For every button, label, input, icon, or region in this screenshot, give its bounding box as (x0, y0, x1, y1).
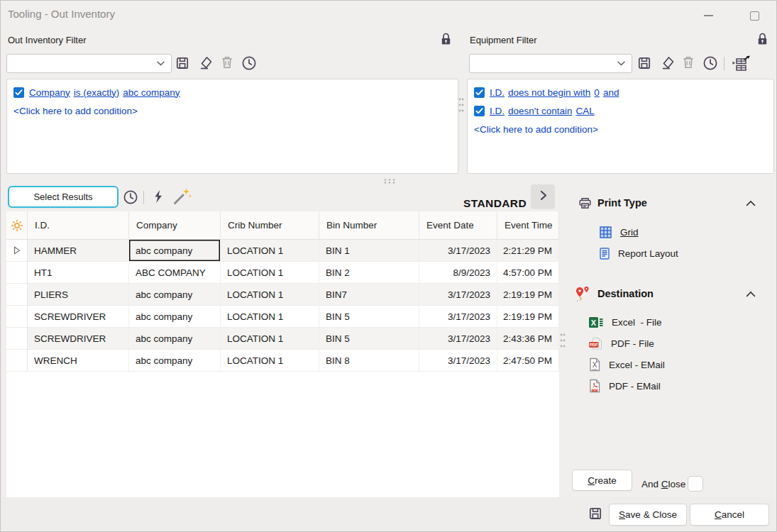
create-button[interactable]: Create (572, 470, 632, 491)
print-type-grid[interactable]: Grid (599, 221, 766, 243)
results-history-icon[interactable] (123, 189, 138, 205)
clear-filter-icon[interactable] (197, 55, 214, 71)
row-indicator[interactable] (6, 284, 28, 306)
grid-cell[interactable]: LOCATION 1 (221, 328, 319, 350)
equipment-filter-input[interactable] (470, 58, 615, 69)
current-row-indicator[interactable] (6, 240, 28, 262)
column-header[interactable]: Event Time (497, 211, 559, 240)
add-condition-link[interactable]: <Click here to add condition> (13, 101, 451, 120)
save-filter-icon[interactable] (637, 56, 651, 70)
and-close-checkbox[interactable] (688, 476, 703, 492)
grid-cell[interactable]: abc company (129, 284, 221, 306)
grid-cell[interactable]: 3/17/2023 (419, 350, 497, 372)
grid-cell[interactable]: 4:57:00 PM (497, 262, 559, 284)
grid-cell[interactable]: LOCATION 1 (221, 284, 319, 306)
grid-cell[interactable]: BIN 5 (319, 328, 419, 350)
cancel-button[interactable]: Cancel (690, 504, 769, 526)
grid-cell[interactable]: SCREWDRIVER (28, 306, 129, 328)
out-inventory-filter-input[interactable] (7, 58, 154, 69)
splitter-grip[interactable] (458, 97, 464, 116)
row-indicator[interactable] (6, 306, 28, 328)
maximize-button[interactable] (743, 6, 766, 25)
condition-checkbox[interactable] (13, 87, 24, 98)
save-icon[interactable] (588, 506, 602, 521)
condition-link[interactable]: Company (29, 87, 70, 98)
print-type-report-layout[interactable]: Report Layout (599, 243, 766, 264)
select-results-button[interactable]: Select Results (8, 186, 119, 208)
destination-excel-file[interactable]: XExcel - File (588, 311, 766, 333)
condition-link[interactable]: does not begin with (508, 87, 590, 98)
grid-cell[interactable]: 2:21:29 PM (497, 240, 559, 262)
grid-cell[interactable]: abc company (129, 306, 221, 328)
condition-link[interactable]: abc company (123, 87, 180, 98)
destination-excel-email[interactable]: XExcel - EMail (588, 354, 766, 375)
condition-link[interactable]: and (603, 87, 619, 98)
out-inventory-filter-combobox[interactable] (6, 54, 172, 73)
column-header[interactable]: Event Date (419, 211, 497, 240)
condition-checkbox[interactable] (474, 87, 485, 98)
add-condition-link[interactable]: <Click here to add condition> (474, 120, 767, 138)
condition-link[interactable]: I.D. (490, 106, 505, 116)
splitter-grip[interactable] (383, 174, 396, 187)
grid-cell[interactable]: 3/17/2023 (419, 328, 497, 350)
table-row[interactable]: PLIERSabc companyLOCATION 1BIN73/17/2023… (6, 284, 559, 306)
column-header[interactable]: I.D. (28, 211, 129, 240)
grid-cell[interactable]: BIN7 (319, 284, 419, 306)
grid-cell[interactable]: 3/17/2023 (419, 306, 497, 328)
collapse-print-type-icon[interactable] (746, 200, 756, 206)
grid-corner-sun-icon[interactable] (6, 211, 28, 240)
grid-cell[interactable]: 8/9/2023 (419, 262, 497, 284)
condition-link[interactable]: CAL (575, 106, 594, 116)
grid-cell[interactable]: abc company (129, 328, 221, 350)
grid-cell[interactable]: BIN 8 (319, 350, 419, 372)
table-row[interactable]: HT1ABC COMPANYLOCATION 1BIN 28/9/20234:5… (6, 262, 559, 284)
collapse-destination-icon[interactable] (746, 291, 756, 297)
grid-cell[interactable]: BIN 2 (319, 262, 419, 284)
grid-cell[interactable]: SCREWDRIVER (28, 328, 129, 350)
clear-filter-icon[interactable] (659, 55, 676, 71)
apply-filter-to-grid-icon[interactable] (730, 55, 751, 72)
magic-wand-icon[interactable] (172, 186, 192, 206)
table-row[interactable]: SCREWDRIVERabc companyLOCATION 1BIN 53/1… (6, 306, 559, 328)
grid-cell[interactable]: BIN 5 (319, 306, 419, 328)
table-row[interactable]: WRENCHabc companyLOCATION 1BIN 83/17/202… (6, 350, 559, 372)
lock-icon[interactable] (757, 33, 768, 45)
condition-checkbox[interactable] (474, 106, 485, 116)
condition-link[interactable]: is (exactly) (74, 87, 120, 98)
grid-cell[interactable]: LOCATION 1 (221, 262, 319, 284)
grid-cell[interactable]: PLIERS (28, 284, 129, 306)
next-layout-button[interactable] (531, 184, 555, 209)
grid-cell[interactable]: 3/17/2023 (419, 240, 497, 262)
row-indicator[interactable] (6, 350, 28, 372)
grid-cell[interactable]: LOCATION 1 (221, 240, 319, 262)
grid-cell[interactable]: abc company (129, 240, 221, 262)
chevron-down-icon[interactable] (615, 61, 632, 66)
grid-cell[interactable]: HAMMER (28, 240, 129, 262)
grid-cell[interactable]: HT1 (28, 262, 129, 284)
destination-pdf-file[interactable]: PDFPDF - File (588, 333, 766, 354)
lock-icon[interactable] (441, 33, 451, 45)
equipment-filter-combobox[interactable] (469, 54, 632, 73)
condition-link[interactable]: I.D. (490, 87, 505, 98)
chevron-down-icon[interactable] (154, 61, 171, 66)
grid-cell[interactable]: BIN 1 (319, 240, 419, 262)
grid-cell[interactable]: 3/17/2023 (419, 284, 497, 306)
grid-cell[interactable]: LOCATION 1 (221, 306, 319, 328)
grid-cell[interactable]: 2:47:50 PM (497, 350, 559, 372)
grid-cell[interactable]: abc company (129, 350, 221, 372)
save-filter-icon[interactable] (175, 56, 189, 70)
column-header[interactable]: Company (129, 211, 221, 240)
condition-link[interactable]: 0 (594, 87, 600, 98)
row-indicator[interactable] (6, 328, 28, 350)
save-and-close-button[interactable]: Save & Close (609, 504, 687, 526)
condition-link[interactable]: doesn't contain (508, 106, 572, 116)
grid-cell[interactable]: ABC COMPANY (129, 262, 221, 284)
filter-history-icon[interactable] (702, 55, 718, 71)
row-indicator[interactable] (6, 262, 28, 284)
column-header[interactable]: Bin Number (319, 211, 419, 240)
grid-cell[interactable]: WRENCH (28, 350, 129, 372)
grid-cell[interactable]: 2:43:36 PM (497, 328, 559, 350)
filter-history-icon[interactable] (241, 55, 257, 71)
minimize-button[interactable] (696, 6, 720, 25)
lightning-icon[interactable] (151, 189, 165, 205)
